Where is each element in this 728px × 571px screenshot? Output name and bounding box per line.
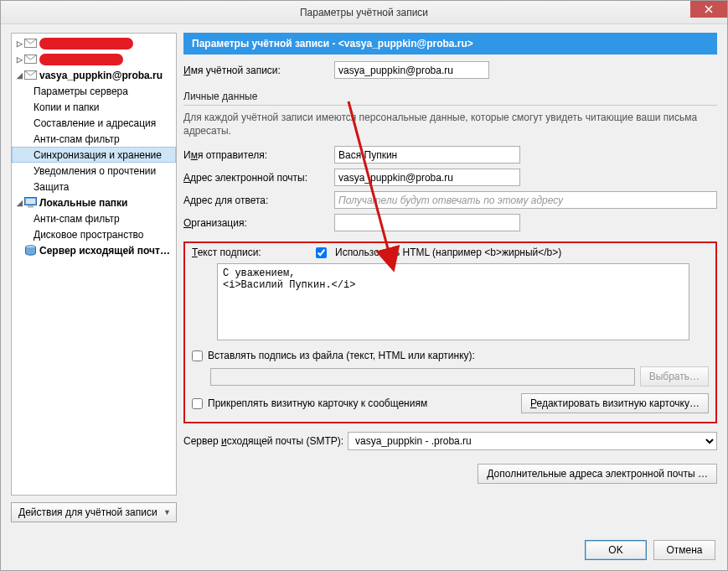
edit-vcard-button[interactable]: Редактировать визитную карточку… bbox=[521, 393, 709, 413]
computer-icon bbox=[23, 196, 37, 210]
button-label: Действия для учётной записи bbox=[18, 506, 157, 518]
chevron-down-icon: ▼ bbox=[163, 508, 171, 516]
tree-item-label: Синхронизация и хранение bbox=[34, 149, 162, 161]
account-name-input[interactable] bbox=[334, 61, 489, 79]
ok-button[interactable]: OK bbox=[585, 540, 647, 560]
attach-vcard-label: Прикреплять визитную карточку к сообщени… bbox=[208, 397, 427, 409]
signature-textarea[interactable]: С уважением, <i>Василий Пупкин.</i> bbox=[217, 263, 689, 340]
tree-account-redacted[interactable]: ▷ bbox=[12, 51, 176, 67]
mail-icon bbox=[23, 37, 37, 50]
tree-item-label: Дисковое пространство bbox=[34, 229, 144, 241]
page-header: Параметры учётной записи - <vasya_puppki… bbox=[183, 33, 717, 55]
close-icon bbox=[705, 5, 713, 13]
sidebar-item-server-params[interactable]: Параметры сервера bbox=[12, 83, 176, 99]
smtp-select[interactable]: vasya_puppkin - .proba.ru bbox=[348, 432, 717, 450]
smtp-label: Сервер исходящей почты (SMTP): bbox=[183, 435, 348, 447]
signature-section: Текст подписи: Использовать HTML (наприм… bbox=[183, 241, 717, 423]
titlebar: Параметры учётной записи bbox=[1, 1, 727, 24]
attach-vcard-checkbox[interactable] bbox=[192, 398, 203, 409]
svg-rect-4 bbox=[26, 199, 35, 204]
use-html-checkbox[interactable] bbox=[316, 247, 327, 258]
redacted-label bbox=[39, 54, 123, 65]
organization-label: Организация: bbox=[183, 217, 334, 229]
extra-addresses-button[interactable]: Дополнительные адреса электронной почты … bbox=[478, 464, 717, 484]
tree-item-label: Локальные папки bbox=[39, 197, 128, 209]
sidebar-item-disk-space[interactable]: Дисковое пространство bbox=[12, 226, 176, 242]
header-title: Параметры учётной записи - <vasya_puppki… bbox=[192, 38, 473, 49]
tree-item-label: Анти-спам фильтр bbox=[34, 133, 120, 145]
tree-item-label: Защита bbox=[34, 181, 70, 193]
accounts-tree[interactable]: ▷ ▷ ◢ bbox=[11, 33, 177, 496]
mail-icon bbox=[23, 53, 37, 66]
browse-button: Выбрать… bbox=[640, 366, 709, 387]
close-button[interactable] bbox=[690, 1, 727, 18]
personal-section-title: Личные данные bbox=[183, 91, 717, 106]
replyto-label: Адрес для ответа: bbox=[183, 195, 334, 206]
tree-item-label: Параметры сервера bbox=[34, 86, 128, 97]
tree-account-vasya[interactable]: ◢ vasya_puppkin@proba.ru bbox=[12, 67, 176, 83]
tree-item-label: Уведомления о прочтении bbox=[34, 165, 156, 177]
sender-name-input[interactable] bbox=[334, 146, 520, 164]
email-label: Адрес электронной почты: bbox=[183, 172, 334, 184]
sidebar-item-copies-folders[interactable]: Копии и папки bbox=[12, 99, 176, 115]
tree-item-label: Сервер исходящей почт… bbox=[39, 245, 170, 257]
sidebar-item-antispam[interactable]: Анти-спам фильтр bbox=[12, 131, 176, 147]
use-html-label: Использовать HTML (например <b>жирный</b… bbox=[335, 247, 561, 258]
tree-outgoing-server[interactable]: Сервер исходящей почт… bbox=[12, 242, 176, 258]
tree-local-folders[interactable]: ◢ Локальные папки bbox=[12, 195, 176, 210]
window-title: Параметры учётной записи bbox=[300, 7, 428, 18]
tree-item-label: Анти-спам фильтр bbox=[34, 213, 120, 225]
svg-rect-5 bbox=[28, 206, 34, 208]
personal-description: Для каждой учётной записи имеются персон… bbox=[183, 111, 717, 138]
tree-account-redacted[interactable]: ▷ bbox=[12, 35, 176, 51]
redacted-label bbox=[39, 38, 133, 49]
tree-item-label: Копии и папки bbox=[34, 101, 100, 113]
signature-from-file-label: Вставлять подпись из файла (текст, HTML … bbox=[208, 350, 475, 361]
account-actions-button[interactable]: Действия для учётной записи ▼ bbox=[11, 502, 177, 522]
signature-from-file-checkbox[interactable] bbox=[192, 350, 203, 361]
email-input[interactable] bbox=[334, 169, 520, 186]
sidebar-item-antispam-local[interactable]: Анти-спам фильтр bbox=[12, 210, 176, 226]
organization-input[interactable] bbox=[334, 214, 520, 231]
signature-label: Текст подписи: bbox=[192, 247, 307, 258]
tree-item-label: Составление и адресация bbox=[34, 117, 156, 129]
sidebar-item-compose-address[interactable]: Составление и адресация bbox=[12, 115, 176, 131]
sidebar-item-read-receipts[interactable]: Уведомления о прочтении bbox=[12, 163, 176, 179]
cancel-button[interactable]: Отмена bbox=[653, 540, 715, 560]
server-icon bbox=[23, 244, 37, 257]
sender-name-label: Имя отправителя: bbox=[183, 149, 334, 161]
sidebar-item-security[interactable]: Защита bbox=[12, 179, 176, 195]
signature-file-path-input bbox=[210, 368, 635, 386]
sidebar-item-sync-storage[interactable]: Синхронизация и хранение bbox=[12, 147, 176, 163]
mail-icon bbox=[23, 69, 37, 82]
account-name-label: Имя учётной записи: bbox=[183, 65, 334, 76]
replyto-input[interactable] bbox=[334, 191, 717, 209]
tree-item-label: vasya_puppkin@proba.ru bbox=[39, 70, 163, 81]
